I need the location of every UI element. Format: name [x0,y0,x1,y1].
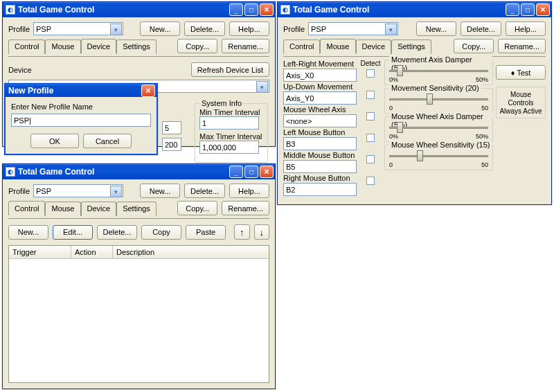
profile-select[interactable]: PSP [33,184,123,197]
new-button[interactable]: New... [140,184,180,198]
move-down-button[interactable]: ↓ [254,224,270,240]
edit-button[interactable]: Edit... [53,225,93,240]
minimize-button[interactable]: _ [229,166,243,178]
profile-label: Profile [8,25,29,33]
tab-device[interactable]: Device [356,39,392,54]
sensitivity-group: Movement Sensitivity (20) 050 [384,88,493,114]
maximize-button[interactable]: □ [521,3,535,16]
profile-select[interactable]: PSP [308,22,398,35]
new-button[interactable]: New... [140,21,180,36]
wheel-damper-group: Mouse Wheel Axis Damper (5%) 0%50% [384,116,493,142]
detect-lr-checkbox[interactable] [366,69,375,78]
help-button[interactable]: Help... [506,21,546,36]
lmb-label: Left Mouse Button [283,128,357,136]
new-button[interactable]: New... [416,21,456,36]
close-button[interactable]: × [260,166,274,178]
close-button[interactable]: × [536,3,550,16]
system-info-group: System Info Min Timer Interval 1 Max Tim… [195,103,268,163]
profile-name-input[interactable]: PSP| [11,114,151,127]
minimize-button[interactable]: _ [229,3,243,16]
rmb-label: Right Mouse Button [283,174,357,182]
delete-button[interactable]: Delete... [461,21,501,36]
window-control: ◐ Total Game Control _ □ × Profile PSP N… [2,163,276,389]
copy-trigger-button[interactable]: Copy [141,225,181,240]
tab-mouse[interactable]: Mouse [45,202,80,216]
titlebar[interactable]: ◐ Total Game Control _ □ × [3,164,275,179]
note-text: Mouse Controls Always Active [499,91,542,115]
rename-button[interactable]: Rename... [498,39,546,53]
tab-settings[interactable]: Settings [391,39,431,54]
minimize-button[interactable]: _ [506,3,519,16]
detect-mmb-checkbox[interactable] [366,155,375,163]
list-body[interactable] [9,259,269,382]
ud-input[interactable]: Axis_Y0 [283,91,357,105]
lr-input[interactable]: Axis_X0 [283,69,357,82]
col-desc[interactable]: Description [113,246,269,258]
rename-button[interactable]: Rename... [222,39,269,53]
sysinfo-legend: System Info [199,99,244,107]
wheel-damper-slider[interactable] [389,120,488,135]
rename-button[interactable]: Rename... [222,201,269,215]
copy-button[interactable]: Copy... [454,39,494,53]
titlebar[interactable]: ◐ Total Game Control _ □ × [278,2,551,17]
rmb-input[interactable]: B2 [283,183,357,196]
dialog-titlebar[interactable]: New Profile × [6,84,157,97]
tab-control[interactable]: Control [8,39,45,54]
copy-button[interactable]: Copy... [177,39,217,53]
move-up-button[interactable]: ↑ [234,224,250,240]
dialog-title: New Profile [8,86,141,96]
refresh-devices-button[interactable]: Refresh Device List [191,62,269,77]
col-trigger[interactable]: Trigger [9,246,71,258]
new-profile-dialog: New Profile × Enter New Profile Name PSP… [4,83,158,155]
app-icon: ◐ [6,167,15,177]
detect-lmb-checkbox[interactable] [366,134,375,142]
min-timer-value: 1 [199,116,259,130]
detect-rmb-checkbox[interactable] [366,177,375,185]
ok-button[interactable]: OK [30,134,79,148]
mmb-input[interactable]: B5 [283,160,357,173]
device-label: Device [8,66,32,74]
damper-group: Movement Axis Damper (5%) 0%50% [384,60,493,85]
paste-button[interactable]: Paste [186,225,226,240]
tab-settings[interactable]: Settings [116,39,157,54]
tab-mouse[interactable]: Mouse [320,39,355,53]
cancel-button[interactable]: Cancel [83,134,132,148]
delete-button[interactable]: Delete... [184,21,225,36]
dialog-prompt: Enter New Profile Name [11,103,151,111]
maximize-button[interactable]: □ [244,166,258,178]
profile-select[interactable]: PSP [33,22,123,35]
wheel-input[interactable]: <none> [283,114,357,127]
wheel-sensitivity-group: Mouse Wheel Sensitivity (15) 050 [384,145,493,170]
hidden-field-2[interactable]: 5 [162,121,181,134]
ud-label: Up-Down Movement [283,82,357,91]
max-timer-value: 1,000,000 [199,141,259,154]
window-title: Total Game Control [293,5,506,15]
min-timer-label: Min Timer Interval [199,108,263,116]
tab-device[interactable]: Device [81,202,117,216]
tab-control[interactable]: Control [8,201,45,215]
profile-label: Profile [283,25,304,33]
tab-device[interactable]: Device [81,39,117,53]
hidden-field[interactable]: 200 [162,138,181,151]
wheel-sensitivity-slider[interactable] [389,148,488,163]
tab-mouse[interactable]: Mouse [45,39,80,54]
maximize-button[interactable]: □ [244,3,258,16]
tab-settings[interactable]: Settings [116,202,157,216]
close-button[interactable]: × [260,3,274,16]
help-button[interactable]: Help... [229,184,269,198]
sensitivity-slider[interactable] [389,91,488,107]
titlebar[interactable]: ◐ Total Game Control _ □ × [3,2,275,17]
tab-control[interactable]: Control [283,39,320,54]
damper-slider[interactable] [389,63,488,78]
new-trigger-button[interactable]: New... [8,225,48,240]
col-action[interactable]: Action [71,246,113,258]
copy-button[interactable]: Copy... [177,201,217,215]
detect-ud-checkbox[interactable] [366,91,375,99]
dialog-close-button[interactable]: × [141,84,155,97]
test-button[interactable]: ♦ Test [496,65,546,80]
delete-trigger-button[interactable]: Delete... [97,225,137,240]
lmb-input[interactable]: B3 [283,137,357,150]
detect-wheel-checkbox[interactable] [366,112,375,121]
help-button[interactable]: Help... [229,21,269,36]
delete-button[interactable]: Delete... [184,184,225,198]
